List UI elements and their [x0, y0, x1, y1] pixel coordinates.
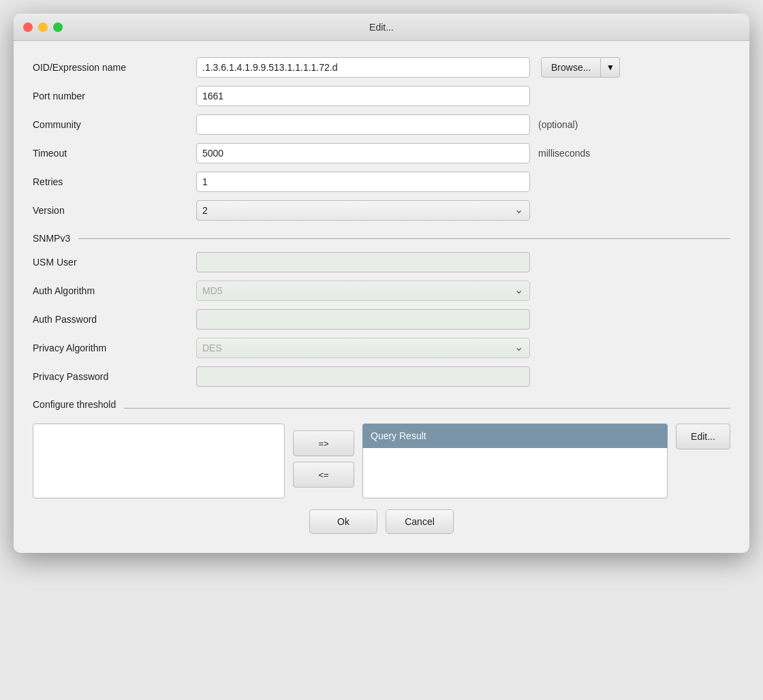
window-title: Edit... [369, 22, 394, 33]
version-field: 1 2 3 [196, 200, 530, 221]
title-bar: Edit... [14, 14, 749, 41]
usm-user-label: USM User [33, 257, 196, 268]
arrow-right-button[interactable]: => [293, 430, 354, 456]
cancel-button[interactable]: Cancel [386, 509, 454, 534]
timeout-input[interactable] [196, 143, 530, 163]
browse-dropdown-arrow[interactable]: ▼ [601, 57, 620, 78]
community-field [196, 114, 530, 135]
bottom-buttons: Ok Cancel [33, 509, 730, 539]
auth-algorithm-select-wrapper: MD5 SHA [196, 281, 530, 301]
timeout-suffix: milliseconds [538, 148, 590, 159]
auth-password-input[interactable] [196, 309, 530, 330]
arrow-left-button[interactable]: <= [293, 462, 354, 488]
auth-algorithm-select[interactable]: MD5 SHA [196, 281, 530, 301]
retries-input[interactable] [196, 172, 530, 192]
privacy-algorithm-select-wrapper: DES AES [196, 338, 530, 358]
port-input[interactable] [196, 86, 530, 106]
privacy-algorithm-select[interactable]: DES AES [196, 338, 530, 358]
retries-label: Retries [33, 176, 196, 187]
version-select-wrapper: 1 2 3 [196, 200, 530, 221]
version-label: Version [33, 205, 196, 216]
oid-input[interactable] [196, 57, 530, 78]
community-suffix: (optional) [538, 119, 578, 130]
configure-header: Configure threshold [33, 399, 730, 417]
privacy-algorithm-label: Privacy Algorithm [33, 343, 196, 353]
privacy-algorithm-row: Privacy Algorithm DES AES [33, 338, 730, 358]
minimize-button[interactable] [38, 22, 48, 32]
timeout-field [196, 143, 530, 163]
query-result-body[interactable] [362, 448, 668, 498]
browse-group: Browse... ▼ [541, 57, 620, 78]
community-row: Community (optional) [33, 114, 730, 135]
version-select[interactable]: 1 2 3 [196, 200, 530, 221]
timeout-label: Timeout [33, 148, 196, 159]
edit-button-container: Edit... [676, 424, 730, 449]
port-row: Port number [33, 86, 730, 106]
oid-label: OID/Expression name [33, 62, 196, 73]
oid-row: OID/Expression name Browse... ▼ [33, 57, 730, 78]
threshold-input-box[interactable] [33, 424, 285, 498]
browse-button[interactable]: Browse... [541, 57, 601, 78]
edit-button[interactable]: Edit... [676, 424, 730, 449]
snmpv3-title: SNMPv3 [33, 233, 70, 244]
privacy-algorithm-field: DES AES [196, 338, 530, 358]
query-result-label: Query Result [371, 430, 426, 441]
snmpv3-divider [78, 238, 730, 239]
maximize-button[interactable] [53, 22, 63, 32]
privacy-password-input[interactable] [196, 366, 530, 387]
port-label: Port number [33, 91, 196, 101]
auth-algorithm-label: Auth Algorithm [33, 285, 196, 296]
edit-dialog: Edit... OID/Expression name Browse... ▼ … [14, 14, 749, 553]
auth-algorithm-field: MD5 SHA [196, 281, 530, 301]
timeout-row: Timeout milliseconds [33, 143, 730, 163]
auth-password-field [196, 309, 530, 330]
community-label: Community [33, 119, 196, 130]
auth-algorithm-row: Auth Algorithm MD5 SHA [33, 281, 730, 301]
auth-password-row: Auth Password [33, 309, 730, 330]
configure-title: Configure threshold [33, 399, 116, 410]
port-field [196, 86, 530, 106]
community-input[interactable] [196, 114, 530, 135]
configure-area: => <= Query Result Edit... [33, 424, 730, 498]
configure-divider [124, 408, 730, 409]
snmpv3-section-header: SNMPv3 [33, 233, 730, 244]
query-result-area: Query Result [362, 424, 668, 498]
auth-password-label: Auth Password [33, 314, 196, 325]
query-result-header: Query Result [362, 424, 668, 448]
configure-section: Configure threshold => <= Query Result [33, 399, 730, 498]
usm-user-input[interactable] [196, 252, 530, 272]
dialog-content: OID/Expression name Browse... ▼ Port num… [14, 41, 749, 553]
usm-user-row: USM User [33, 252, 730, 272]
retries-row: Retries [33, 172, 730, 192]
close-button[interactable] [23, 22, 33, 32]
oid-input-group [196, 57, 530, 78]
usm-user-field [196, 252, 530, 272]
privacy-password-row: Privacy Password [33, 366, 730, 387]
window-controls [23, 22, 63, 32]
retries-field [196, 172, 530, 192]
version-row: Version 1 2 3 [33, 200, 730, 221]
privacy-password-label: Privacy Password [33, 371, 196, 382]
arrow-buttons: => <= [293, 424, 354, 488]
ok-button[interactable]: Ok [309, 509, 377, 534]
privacy-password-field [196, 366, 530, 387]
